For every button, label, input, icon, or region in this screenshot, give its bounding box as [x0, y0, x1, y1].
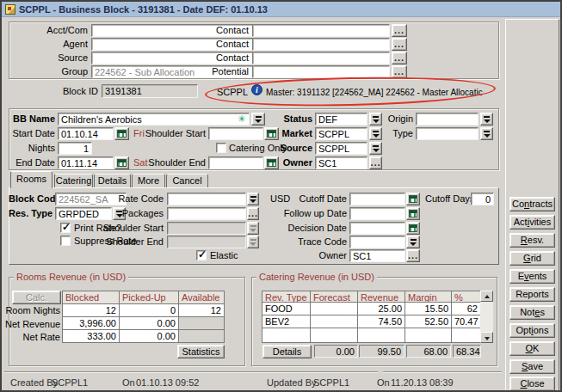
tab-cancel[interactable]: Cancel [166, 174, 208, 187]
follow-up-date-field[interactable] [349, 207, 405, 220]
net-revenue-picked-cell[interactable]: 0.00 [119, 316, 179, 330]
status-field[interactable]: DEF [315, 113, 367, 126]
start-date-field[interactable]: 01.10.14 [58, 127, 114, 140]
bottom-separator-left [4, 371, 378, 373]
contact1-lov-button[interactable] [392, 24, 407, 37]
follow-up-calendar-button[interactable] [406, 207, 420, 220]
cutoff-date-calendar-button[interactable] [406, 193, 420, 205]
type-dropdown-button[interactable] [480, 127, 493, 140]
details-button[interactable]: Details [262, 345, 312, 358]
multi-language-icon[interactable] [235, 113, 248, 125]
rate-code-field[interactable] [167, 193, 246, 205]
calc-button[interactable]: Calc. [12, 291, 61, 304]
contact2-field[interactable] [252, 38, 390, 51]
cutoff-date-field[interactable] [349, 193, 405, 205]
catering-row1-margin[interactable]: 15.50 [405, 302, 452, 315]
start-date-calendar-button[interactable] [114, 127, 129, 140]
catering-row1-pct[interactable]: 62 [451, 302, 481, 315]
status-dropdown-button[interactable] [369, 113, 382, 126]
shoulder-end-field[interactable] [208, 156, 263, 169]
tab-rooms[interactable]: Rooms [10, 171, 52, 188]
statistics-button[interactable]: Statistics [177, 345, 225, 358]
contact2-lov-button[interactable] [392, 38, 407, 51]
ok-button[interactable]: OK [510, 341, 555, 356]
room-nights-blocked-cell[interactable]: 12 [62, 303, 120, 317]
contact1-field[interactable] [252, 24, 390, 37]
catering-row1-type[interactable]: FOOD [262, 302, 311, 315]
print-rate-checkbox[interactable] [60, 223, 71, 233]
potential-lov-button[interactable] [392, 65, 407, 78]
source2-dropdown-button[interactable] [369, 142, 382, 155]
tab-details[interactable]: Details [94, 174, 131, 187]
catering-only-checkbox[interactable] [216, 143, 226, 153]
bb-name-dropdown-button[interactable] [251, 113, 265, 126]
elastic-checkbox[interactable] [196, 250, 207, 260]
tab-owner-lov-button[interactable] [406, 249, 420, 262]
owner-field[interactable]: SC1 [315, 156, 367, 169]
origin-dropdown-button[interactable] [480, 113, 493, 126]
grid-button[interactable]: Grid [510, 251, 555, 266]
tab-owner-field[interactable]: SC1 [349, 249, 405, 262]
catering-row1-revenue[interactable]: 25.00 [357, 302, 405, 315]
market-dropdown-button[interactable] [369, 127, 382, 140]
info-icon[interactable] [251, 84, 262, 95]
market-field[interactable]: SCPPL [315, 127, 367, 140]
owner-lov-button[interactable] [369, 156, 382, 169]
net-rate-blocked-cell[interactable]: 333.00 [62, 329, 120, 343]
contracts-button[interactable]: Contracts [510, 197, 555, 211]
net-rate-picked-cell[interactable]: 0.00 [119, 329, 179, 343]
shoulder-start-field[interactable] [208, 127, 263, 140]
follow-up-date-label: Follow up Date [277, 207, 347, 220]
master-block-text: Master: 3191132 [224562_MA] 224562 - Mas… [266, 86, 491, 99]
reports-button[interactable]: Reports [510, 287, 555, 302]
close-button[interactable]: Close [510, 377, 555, 391]
options-button[interactable]: Options [510, 323, 555, 338]
origin-field[interactable] [416, 113, 479, 126]
room-nights-available-cell[interactable]: 12 [178, 303, 225, 317]
tab-catering[interactable]: Catering [54, 174, 93, 187]
packages-field[interactable] [167, 207, 246, 220]
tab-more[interactable]: More [132, 174, 165, 187]
catering-row2-revenue[interactable]: 74.50 [357, 315, 405, 328]
catering-row1-forecast[interactable] [310, 302, 358, 315]
trace-code-field[interactable] [349, 236, 405, 248]
catering-scrollbar-track[interactable] [480, 302, 493, 332]
activities-button[interactable]: Activities [510, 215, 555, 230]
potential-field[interactable] [252, 65, 390, 78]
catering-row3-revenue[interactable] [357, 328, 405, 343]
save-button[interactable]: Save [510, 359, 555, 374]
bb-name-field[interactable]: Children's Aerobics [58, 113, 250, 126]
room-nights-picked-cell[interactable]: 0 [119, 303, 179, 317]
catering-col-margin: Margin [405, 291, 452, 303]
catering-row2-type[interactable]: BEV2 [262, 315, 311, 328]
nights-field[interactable]: 1 [58, 142, 92, 155]
catering-row3-pct[interactable] [451, 328, 481, 343]
catering-row2-forecast[interactable] [310, 315, 358, 328]
window-title: SCPPL - Business Block - 3191381 - Date … [19, 4, 268, 15]
suppress-rate-checkbox[interactable] [60, 236, 71, 246]
titlebar[interactable]: SCPPL - Business Block - 3191381 - Date … [2, 2, 560, 17]
decision-calendar-button[interactable] [406, 222, 420, 235]
packages-lov-button[interactable] [247, 207, 259, 220]
trace-code-dropdown-button[interactable] [406, 236, 420, 248]
source2-field[interactable]: SCPPL [315, 142, 367, 155]
end-date-calendar-button[interactable] [114, 156, 129, 169]
catering-row2-margin[interactable]: 52.50 [405, 315, 452, 328]
cutoff-days-field[interactable]: 0 [471, 193, 494, 205]
contact3-lov-button[interactable] [392, 52, 407, 64]
catering-row3-margin[interactable] [405, 328, 452, 343]
decision-date-field[interactable] [349, 222, 405, 235]
resv-button[interactable]: Resv. [510, 233, 555, 248]
net-revenue-blocked-cell[interactable]: 3,996.00 [62, 316, 120, 330]
contact3-field[interactable] [252, 52, 390, 64]
type-field[interactable] [416, 127, 479, 140]
catering-row2-pct[interactable]: 70.47 [451, 315, 481, 328]
catering-scroll-down-button[interactable] [480, 332, 493, 343]
catering-row3-type[interactable] [262, 328, 311, 343]
notes-button[interactable]: Notes [510, 305, 555, 320]
rate-code-dropdown-button[interactable] [247, 193, 259, 205]
events-button[interactable]: Events [510, 269, 555, 284]
end-date-field[interactable]: 01.11.14 [58, 156, 114, 169]
catering-scroll-up-button[interactable] [480, 291, 493, 302]
catering-row3-forecast[interactable] [310, 328, 358, 343]
